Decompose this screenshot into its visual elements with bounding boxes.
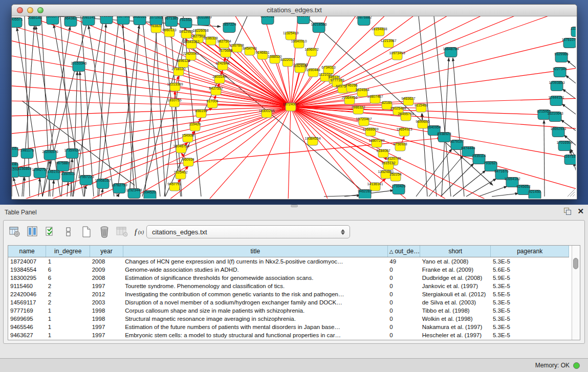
table-cell[interactable]: Disruption of a novel member of a sodium… (123, 298, 387, 307)
graph-node[interactable]: 20364456 (341, 96, 357, 104)
table-cell[interactable]: Tourette syndrome. Phenomenology and cla… (123, 282, 387, 290)
graph-node[interactable]: 9329966 (554, 52, 568, 62)
graph-node[interactable]: 12942757 (32, 168, 48, 178)
delete-column-icon[interactable] (98, 226, 111, 238)
table-cell[interactable]: Estimation of the future numbers of pati… (123, 323, 387, 331)
node-table[interactable]: name in_degree year title △out_de… short… (8, 245, 580, 340)
create-column-icon[interactable] (80, 226, 93, 238)
table-select-dropdown[interactable]: citations_edges.txt (146, 225, 350, 238)
table-cell[interactable]: Embryonic stem cells: a model to study s… (123, 331, 387, 339)
graph-node[interactable]: 1167531 (564, 155, 576, 165)
table-cell[interactable]: 1 (46, 323, 90, 331)
graph-node[interactable]: 20153346 (71, 61, 86, 72)
graph-node[interactable]: 1981176 (20, 148, 34, 159)
table-cell[interactable]: 5.3E-5 (491, 282, 569, 290)
table-row[interactable]: 969969511998Structural magnetic resonanc… (8, 315, 569, 323)
graph-node[interactable]: 9463627 (401, 97, 415, 105)
graph-node[interactable]: 8504912 (260, 16, 274, 25)
graph-node[interactable]: 1350513 (61, 172, 75, 182)
close-panel-icon[interactable]: ✕ (577, 208, 584, 215)
table-cell[interactable]: 2 (46, 290, 90, 298)
show-columns-icon[interactable] (27, 226, 39, 238)
graph-node[interactable]: 9827504 (217, 39, 231, 48)
table-cell[interactable]: 1 (46, 307, 90, 315)
table-row[interactable]: 2242004622012Investigating the contribut… (8, 290, 569, 298)
table-cell[interactable]: 1998 (90, 307, 123, 315)
graph-node[interactable]: 9671385 (164, 16, 178, 27)
table-cell[interactable]: 1 (46, 331, 90, 339)
table-cell[interactable]: Tibbo et al. (1998) (420, 307, 491, 315)
network-view[interactable]: 1405571208914016033709643822081145106532… (12, 16, 577, 199)
table-vertical-scrollbar[interactable] (572, 246, 580, 340)
citation-nodes[interactable]: 1405571208914016033709643822081145106532… (12, 16, 576, 199)
table-row[interactable]: 946362711997Embryonic stem cells: a mode… (8, 331, 569, 339)
graph-node[interactable]: 6466161 (133, 16, 146, 25)
table-cell[interactable]: de Silva et al. (2003) (420, 298, 491, 307)
graph-node[interactable]: 19654923 (396, 127, 412, 136)
table-cell[interactable]: 19384554 (8, 266, 46, 274)
graph-node[interactable]: 19384554 (304, 137, 320, 145)
table-cell[interactable]: 5.3E-5 (491, 298, 569, 307)
graph-node[interactable]: 751552 (180, 18, 192, 28)
graph-node[interactable]: 8813054 (296, 16, 310, 24)
scrollbar-thumb[interactable] (573, 258, 578, 269)
graph-node[interactable]: 8454743 (243, 47, 256, 55)
graph-node[interactable]: 2616051 (12, 147, 19, 157)
graph-node[interactable]: 9457791 (167, 182, 181, 191)
graph-node[interactable]: 17957223 (78, 175, 94, 185)
graph-node[interactable]: 994520 (144, 190, 156, 199)
table-cell[interactable]: 2003 (90, 298, 123, 307)
select-all-icon[interactable] (45, 226, 57, 238)
table-row[interactable]: 977716911998Corpus callosum shape and si… (8, 307, 569, 315)
table-cell[interactable]: 0 (387, 266, 420, 274)
table-cell[interactable]: 1997 (90, 323, 123, 331)
table-cell[interactable]: Franke et al. (2009) (420, 266, 491, 274)
table-cell[interactable]: 5.6E-5 (491, 266, 569, 274)
table-cell[interactable]: 14569117 (8, 298, 46, 307)
graph-node[interactable]: 1162815 (293, 64, 307, 73)
table-cell[interactable]: 18300295 (8, 274, 46, 282)
graph-node[interactable]: 856195 (195, 109, 207, 118)
graph-node[interactable]: 16033809 (195, 16, 211, 26)
graph-node[interactable]: 1156869 (18, 167, 32, 177)
graph-node[interactable]: 1615132 (381, 161, 395, 170)
column-header-name[interactable]: name (8, 246, 46, 257)
graph-node[interactable]: 10688609 (362, 127, 378, 136)
graph-node[interactable]: 1588520 (268, 55, 281, 63)
table-cell[interactable]: 1997 (90, 282, 123, 290)
graph-node[interactable]: 15692931 (550, 127, 566, 137)
table-cell[interactable]: Corpus callosum shape and size in male p… (123, 307, 387, 315)
table-cell[interactable]: 2008 (90, 274, 123, 282)
table-cell[interactable]: Structural magnetic resonance image aver… (123, 315, 387, 323)
graph-node[interactable]: 9756928 (393, 142, 407, 151)
table-row[interactable]: 1872400712008Changes of HCN gene express… (8, 257, 569, 266)
table-cell[interactable]: 0 (387, 282, 420, 290)
table-cell[interactable]: 5.3E-5 (491, 323, 569, 331)
table-cell[interactable]: 2012 (90, 290, 123, 298)
table-cell[interactable]: 9463627 (8, 331, 46, 339)
graph-node[interactable]: 9227349 (553, 67, 567, 77)
table-cell[interactable]: 2009 (90, 266, 123, 274)
column-header-short[interactable]: short (420, 246, 491, 257)
network-svg[interactable]: 1405571208914016033709643822081145106532… (12, 16, 576, 199)
table-cell[interactable]: 2 (46, 282, 90, 290)
graph-node[interactable]: 7857224 (222, 23, 236, 33)
graph-node[interactable]: 154906 (182, 134, 193, 142)
canvas-resize-grip[interactable] (568, 189, 575, 196)
graph-node[interactable]: 964382 (64, 16, 77, 27)
graph-node[interactable]: 252254 (389, 172, 401, 181)
table-cell[interactable]: 0 (387, 315, 420, 323)
column-header-title[interactable]: title (123, 246, 387, 257)
graph-node[interactable]: 8322037 (280, 58, 294, 67)
graph-node[interactable]: 16648784 (443, 47, 459, 57)
table-cell[interactable]: Changes of HCN gene expression and I(f) … (123, 257, 387, 266)
graph-node[interactable]: 8938923 (437, 132, 451, 142)
table-cell[interactable]: 9777169 (8, 307, 46, 315)
graph-node[interactable]: 12923446 (126, 188, 142, 199)
table-cell[interactable]: Nakamura et al. (1997) (420, 323, 491, 331)
table-mode-icon[interactable] (9, 226, 21, 238)
table-cell[interactable]: 1997 (90, 331, 123, 339)
graph-node[interactable]: 1696972 (304, 48, 318, 56)
table-cell[interactable]: Hescheler et al. (1997) (420, 331, 491, 339)
table-cell[interactable]: 0 (387, 290, 420, 298)
